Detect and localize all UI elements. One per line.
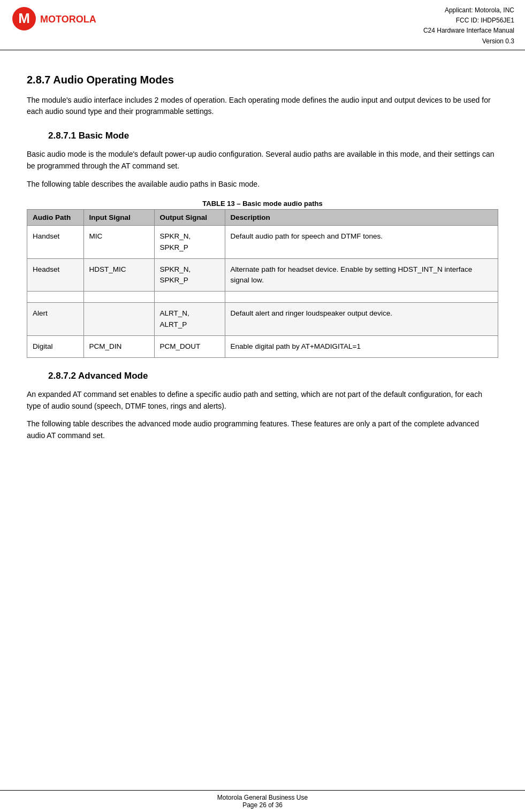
manual-text: C24 Hardware Interface Manual [423,26,514,36]
page-header: M MOTOROLA Applicant: Motorola, INC FCC … [0,0,525,50]
subsection2-para1: An expanded AT command set enables to de… [27,389,498,412]
col-header-audio-path: Audio Path [27,210,84,226]
version-text: Version 0.3 [423,36,514,47]
cell-description: Enable digital path by AT+MADIGITAL=1 [225,335,498,357]
cell-audio-path: Headset [27,258,84,292]
cell-output-signal: SPKR_N, SPKR_P [154,226,225,259]
table-row: HeadsetHDST_MICSPKR_N, SPKR_PAlternate p… [27,258,498,292]
cell-input-signal: HDST_MIC [83,258,154,292]
logo-area: M MOTOROLA [11,5,96,32]
section-intro: The module's audio interface includes 2 … [27,95,498,118]
table-row: AlertALRT_N, ALRT_PDefault alert and rin… [27,303,498,336]
table-header-row: Audio Path Input Signal Output Signal De… [27,210,498,226]
basic-mode-table: Audio Path Input Signal Output Signal De… [27,209,498,358]
page-footer: Motorola General Business Use Page 26 of… [0,790,525,812]
col-header-output-signal: Output Signal [154,210,225,226]
table-row: HandsetMICSPKR_N, SPKR_PDefault audio pa… [27,226,498,259]
cell-input-signal: PCM_DIN [83,335,154,357]
footer-line1: Motorola General Business Use [0,794,525,801]
subsection1-para1: Basic audio mode is the module's default… [27,149,498,172]
table-row [27,292,498,303]
footer-line2: Page 26 of 36 [0,801,525,809]
cell-output-signal [154,292,225,303]
table-caption: TABLE 13 – Basic mode audio paths [27,198,498,209]
cell-audio-path: Digital [27,335,84,357]
applicant-text: Applicant: Motorola, INC [423,5,514,16]
cell-audio-path: Handset [27,226,84,259]
header-info: Applicant: Motorola, INC FCC ID: IHDP56J… [423,5,514,47]
cell-audio-path: Alert [27,303,84,336]
cell-description: Alternate path for headset device. Enabl… [225,258,498,292]
subsection1-heading: 2.8.7.1 Basic Mode [48,131,498,141]
subsection2-heading: 2.8.7.2 Advanced Mode [48,371,498,381]
cell-output-signal: ALRT_N, ALRT_P [154,303,225,336]
cell-audio-path [27,292,84,303]
col-header-input-signal: Input Signal [83,210,154,226]
subsection2-para2: The following table describes the advanc… [27,418,498,441]
motorola-logo-icon: M MOTOROLA [11,5,96,32]
table-row: DigitalPCM_DINPCM_DOUTEnable digital pat… [27,335,498,357]
cell-input-signal: MIC [83,226,154,259]
fcc-id-text: FCC ID: IHDP56JE1 [423,16,514,26]
subsection1-para2: The following table describes the availa… [27,179,498,190]
main-content: 2.8.7 Audio Operating Modes The module's… [0,50,525,491]
cell-input-signal [83,303,154,336]
col-header-description: Description [225,210,498,226]
svg-text:MOTOROLA: MOTOROLA [40,14,96,25]
cell-input-signal [83,292,154,303]
cell-description: Default alert and ringer loudspeaker out… [225,303,498,336]
section-heading: 2.8.7 Audio Operating Modes [27,74,498,86]
cell-description [225,292,498,303]
cell-output-signal: PCM_DOUT [154,335,225,357]
cell-description: Default audio path for speech and DTMF t… [225,226,498,259]
svg-text:M: M [18,10,30,26]
cell-output-signal: SPKR_N, SPKR_P [154,258,225,292]
